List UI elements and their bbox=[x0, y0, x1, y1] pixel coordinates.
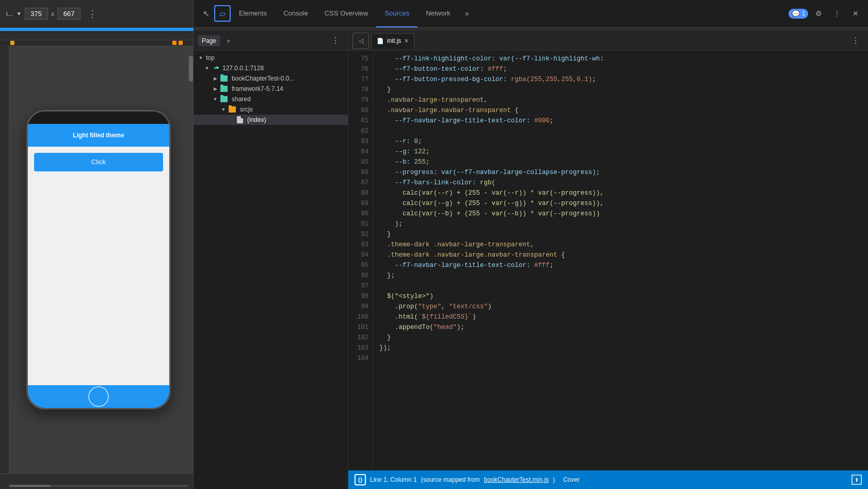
code-line-79: .navbar-large-transparent, bbox=[379, 95, 862, 105]
code-line-90: calc(var(--b) + (255 - var(--b)) * var(-… bbox=[379, 209, 862, 219]
code-line-76: --f7-button-text-color: #fff; bbox=[379, 64, 862, 74]
folder-icon-book bbox=[220, 75, 228, 82]
tree-label-top: top bbox=[206, 54, 215, 61]
line-97: 97 bbox=[352, 281, 368, 291]
line-79: 79 bbox=[352, 95, 368, 105]
h-scrollbar-track bbox=[9, 485, 189, 487]
height-input[interactable] bbox=[57, 8, 81, 20]
line-99: 99 bbox=[352, 302, 368, 312]
sources-tab-more-icon[interactable]: » bbox=[227, 37, 230, 44]
line-75: 75 bbox=[352, 54, 368, 64]
line-104: 104 bbox=[352, 353, 368, 364]
tree-label-book: bookChapterTest-0.0... bbox=[232, 75, 294, 82]
sources-panel: Page » ⋮ top 127.0.0.1:7128 bbox=[194, 31, 348, 489]
tree-arrow-srcjs bbox=[220, 106, 227, 113]
h-scrollbar-thumb[interactable] bbox=[9, 485, 51, 487]
code-line-102: } bbox=[379, 333, 862, 343]
sources-tab-page[interactable]: Page bbox=[198, 35, 220, 46]
code-line-101: .appendTo("head"); bbox=[379, 322, 862, 333]
tree-item-index[interactable]: (index) bbox=[194, 115, 348, 125]
cursor-tool-icon[interactable]: ↖ bbox=[198, 5, 214, 22]
phone-click-button[interactable]: Click bbox=[34, 153, 163, 171]
tree-label-shared: shared bbox=[232, 96, 251, 103]
status-cover: Cover bbox=[563, 476, 580, 483]
tree-label-index: (index) bbox=[247, 116, 266, 123]
code-line-94: .theme-dark .navbar-large.navbar-transpa… bbox=[379, 250, 862, 260]
code-line-80: .navbar-large.navbar-transparent { bbox=[379, 105, 862, 116]
device-viewport: Light filled theme Click bbox=[0, 45, 193, 474]
tab-elements[interactable]: Elements bbox=[231, 0, 275, 27]
tab-console[interactable]: Console bbox=[275, 0, 316, 27]
code-line-85: --b: 255; bbox=[379, 157, 862, 167]
color-marker-1 bbox=[10, 41, 14, 45]
folder-icon-fw7 bbox=[220, 86, 228, 92]
line-100: 100 bbox=[352, 312, 368, 322]
tree-arrow-top bbox=[198, 55, 204, 61]
width-input[interactable] bbox=[25, 8, 48, 20]
toolbar-more-dots[interactable]: ⋮ bbox=[88, 8, 97, 20]
device-toggle-icon[interactable]: ▱ bbox=[214, 5, 231, 22]
tab-network[interactable]: Network bbox=[417, 0, 459, 27]
code-line-88: calc(var(--r) + (255 - var(--r)) * var(-… bbox=[379, 188, 862, 198]
sources-tab-actions: ⋮ bbox=[327, 33, 344, 49]
sources-tree: top 127.0.0.1:7128 bookChapterTest-0.0..… bbox=[194, 51, 348, 489]
line-96: 96 bbox=[352, 271, 368, 281]
dim-x-separator: x bbox=[51, 10, 55, 18]
tree-label-srcjs: srcjs bbox=[240, 106, 253, 113]
tree-item-fw7[interactable]: framework7-5.7.14 bbox=[194, 84, 348, 94]
line-95: 95 bbox=[352, 260, 368, 271]
settings-icon[interactable]: ⚙ bbox=[810, 5, 827, 22]
code-line-99: .prop("type", "text/css") bbox=[379, 302, 862, 312]
sources-panel-dots[interactable]: ⋮ bbox=[327, 33, 344, 49]
code-line-95: --f7-navbar-large-title-text-color: #fff… bbox=[379, 260, 862, 271]
status-line-col: Line 1, Column 1 bbox=[370, 476, 417, 483]
status-expand-icon[interactable]: ⬆ bbox=[851, 475, 862, 485]
line-98: 98 bbox=[352, 291, 368, 302]
tree-arrow-book bbox=[212, 75, 218, 82]
line-85: 85 bbox=[352, 157, 368, 167]
tree-item-srcjs[interactable]: srcjs bbox=[194, 104, 348, 115]
more-tabs-icon[interactable]: » bbox=[459, 5, 475, 22]
tab-css-overview[interactable]: CSS Overview bbox=[316, 0, 377, 27]
tree-item-book[interactable]: bookChapterTest-0.0... bbox=[194, 73, 348, 84]
more-options-icon[interactable]: ⋮ bbox=[829, 5, 845, 22]
code-panel-actions: ⋮ bbox=[847, 33, 864, 49]
file-icon-index bbox=[237, 116, 243, 123]
device-dropdown-icon[interactable]: ▼ bbox=[17, 11, 22, 17]
scrollbar-indicator[interactable] bbox=[189, 56, 193, 82]
devtools-tab-bar: ↖ ▱ Elements Console CSS Overview Source… bbox=[194, 0, 868, 28]
status-bar: {} Line 1, Column 1 (source mapped from … bbox=[348, 470, 868, 489]
code-tab-close-icon[interactable]: ✕ bbox=[404, 38, 409, 44]
code-line-98: $("<style>") bbox=[379, 291, 862, 302]
status-source-info: (source mapped from bbox=[421, 476, 480, 483]
line-91: 91 bbox=[352, 219, 368, 229]
tree-arrow-server bbox=[204, 65, 210, 71]
status-source-file[interactable]: bookChapterTest.min.js bbox=[484, 476, 549, 483]
chat-badge[interactable]: 💬 1 bbox=[789, 9, 808, 19]
line-102: 102 bbox=[352, 333, 368, 343]
format-icon[interactable]: {} bbox=[355, 474, 366, 485]
code-line-93: .theme-dark .navbar-large-transparent, bbox=[379, 240, 862, 250]
device-name-label: i... bbox=[6, 10, 13, 18]
close-devtools-button[interactable]: ✕ bbox=[847, 5, 864, 22]
tree-item-server[interactable]: 127.0.0.1:7128 bbox=[194, 63, 348, 73]
code-line-78: } bbox=[379, 85, 862, 95]
code-panel-nav-icon[interactable]: ◁ bbox=[352, 33, 369, 49]
tree-item-shared[interactable]: shared bbox=[194, 94, 348, 104]
line-81: 81 bbox=[352, 116, 368, 126]
code-line-92: } bbox=[379, 229, 862, 240]
code-line-77: --f7-button-pressed-bg-color: rgba(255,2… bbox=[379, 74, 862, 85]
tab-sources[interactable]: Sources bbox=[376, 0, 417, 27]
phone-bottom-bar bbox=[28, 385, 169, 408]
code-line-89: calc(var(--g) + (255 - var(--g)) * var(-… bbox=[379, 198, 862, 209]
code-tab-initjs[interactable]: 📄 init.js ✕ bbox=[371, 33, 414, 49]
tree-label-server: 127.0.0.1:7128 bbox=[222, 65, 264, 72]
code-line-97 bbox=[379, 281, 862, 291]
code-panel-more-icon[interactable]: ⋮ bbox=[847, 33, 864, 49]
phone-top-bar bbox=[28, 112, 169, 124]
line-103: 103 bbox=[352, 343, 368, 353]
code-line-75: --f7-link-highlight-color: var(--f7-link… bbox=[379, 54, 862, 64]
code-content[interactable]: --f7-link-highlight-color: var(--f7-link… bbox=[373, 51, 868, 470]
tree-item-top[interactable]: top bbox=[194, 53, 348, 63]
color-markers-row bbox=[0, 40, 193, 45]
